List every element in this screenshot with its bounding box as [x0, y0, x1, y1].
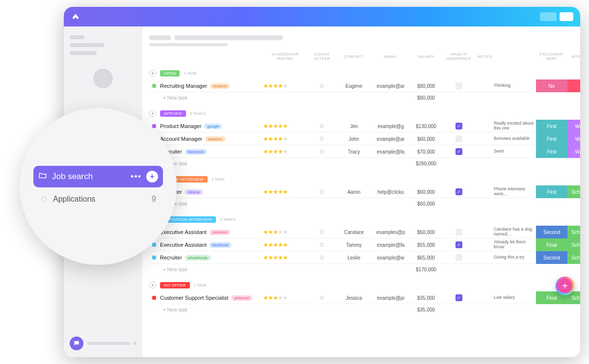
interview-cell[interactable]: Waiting: [567, 145, 580, 158]
contact-cell[interactable]: Leslie: [337, 255, 371, 260]
interview-cell[interactable]: Waiting: [567, 132, 580, 145]
followup-cell[interactable]: First: [536, 132, 567, 145]
contact-cell[interactable]: Jessica: [337, 295, 371, 301]
glassdoor-rating[interactable]: ★★★★★: [263, 254, 307, 261]
health-insurance-checkbox[interactable]: ✓: [455, 148, 462, 155]
email-cell[interactable]: example@fa: [371, 149, 410, 155]
cover-letter-icon[interactable]: 🗎: [307, 135, 337, 142]
health-insurance-checkbox[interactable]: [455, 82, 462, 89]
salary-cell[interactable]: $55,000: [410, 242, 442, 248]
more-icon[interactable]: •••: [131, 172, 141, 182]
contact-cell[interactable]: Jim: [337, 124, 371, 129]
contact-cell[interactable]: Candace: [337, 230, 371, 235]
glassdoor-rating[interactable]: ★★★★★: [263, 135, 307, 142]
new-task-button[interactable]: + New task: [160, 267, 263, 272]
quick-create-fab[interactable]: +: [556, 277, 574, 295]
notes-cell[interactable]: Really excited about this one: [494, 121, 536, 131]
interview-cell[interactable]: Scheduled: [567, 251, 580, 264]
followup-cell[interactable]: No: [536, 79, 567, 92]
cover-letter-icon[interactable]: 🗎: [307, 82, 337, 89]
interview-cell[interactable]: No: [567, 79, 580, 92]
salary-cell[interactable]: $80,000: [410, 83, 442, 89]
company-tag[interactable]: pinterest: [231, 295, 252, 301]
status-tag[interactable]: OPEN: [160, 70, 180, 77]
task-row[interactable]: Recruiterclickup★★★★★🗎Aaronhelp@clicku$6…: [149, 185, 573, 198]
salary-cell[interactable]: $50,000: [410, 230, 442, 235]
company-tag[interactable]: clickup: [185, 189, 203, 195]
task-row[interactable]: Product Managergoogle★★★★★🗎Jimexample@g$…: [149, 120, 573, 132]
add-list-button[interactable]: +: [146, 171, 158, 182]
window-close-button[interactable]: [560, 12, 573, 21]
glassdoor-rating[interactable]: ★★★★★: [263, 148, 307, 155]
task-row[interactable]: Account Manageramazon★★★★★🗎Johnexample@a…: [149, 132, 573, 145]
glassdoor-rating[interactable]: ★★★★★: [263, 82, 307, 89]
task-row[interactable]: Recruiterwholefoods★★★★★🗎Leslieexample@w…: [149, 251, 573, 264]
task-row[interactable]: Recruiterfacebook★★★★★🗎Tracyexample@fa$7…: [149, 145, 573, 158]
health-insurance-checkbox[interactable]: [455, 229, 462, 235]
cover-letter-icon[interactable]: 🗎: [307, 241, 337, 248]
contact-cell[interactable]: John: [337, 136, 371, 142]
interview-cell[interactable]: Scheduled: [567, 238, 580, 251]
followup-cell[interactable]: First: [536, 185, 567, 198]
company-tag[interactable]: google: [204, 124, 222, 129]
email-cell[interactable]: example@fa: [371, 242, 410, 248]
followup-cell[interactable]: First: [536, 120, 567, 132]
sidebar-list-applications[interactable]: Applications 9: [33, 191, 163, 207]
status-tag[interactable]: APPLIED: [160, 110, 186, 117]
salary-cell[interactable]: $60,000: [410, 189, 442, 195]
health-insurance-checkbox[interactable]: [455, 135, 462, 142]
sidebar-folder-job-search[interactable]: Job search ••• +: [33, 166, 163, 187]
notes-cell[interactable]: Candace has a dog named…: [494, 227, 536, 237]
notes-cell[interactable]: Already let them know: [494, 240, 536, 250]
clickup-logo-icon[interactable]: [71, 12, 80, 22]
email-cell[interactable]: help@clicku: [371, 189, 410, 195]
chat-icon[interactable]: [70, 337, 83, 350]
glassdoor-rating[interactable]: ★★★★★: [263, 294, 307, 301]
window-minimize-button[interactable]: [540, 12, 557, 21]
cover-letter-icon[interactable]: 🗎: [307, 188, 337, 195]
status-tag[interactable]: NO OFFER: [160, 282, 190, 288]
notes-cell[interactable]: Low salary: [494, 295, 536, 300]
email-cell[interactable]: example@pi: [371, 295, 410, 301]
task-row[interactable]: Customer Support Specialistpinterest★★★★…: [149, 291, 573, 304]
followup-cell[interactable]: Final: [536, 238, 567, 251]
salary-cell[interactable]: $130,000: [410, 124, 442, 129]
email-cell[interactable]: example@g: [371, 124, 410, 129]
notes-cell[interactable]: Thinking: [494, 83, 536, 88]
glassdoor-rating[interactable]: ★★★★★: [263, 229, 307, 235]
contact-cell[interactable]: Aaron: [337, 189, 371, 195]
collapse-toggle[interactable]: ▾: [149, 70, 156, 77]
interview-cell[interactable]: Scheduled: [567, 226, 580, 238]
health-insurance-checkbox[interactable]: ✓: [455, 294, 462, 301]
salary-cell[interactable]: $60,000: [410, 136, 442, 142]
notes-cell[interactable]: Giving this a try: [494, 255, 536, 260]
salary-cell[interactable]: $65,000: [410, 255, 442, 260]
interview-cell[interactable]: Scheduled: [567, 185, 580, 198]
contact-cell[interactable]: Tammy: [337, 242, 371, 248]
health-insurance-checkbox[interactable]: ✓: [455, 241, 462, 248]
company-tag[interactable]: facebook: [185, 149, 207, 155]
notes-cell[interactable]: Phone interview went…: [494, 187, 536, 197]
company-tag[interactable]: pinterest: [210, 230, 231, 235]
followup-cell[interactable]: First: [536, 145, 567, 158]
collapse-toggle[interactable]: ▾: [149, 282, 156, 288]
task-row[interactable]: Executive Assistantfacebook★★★★★🗎Tammyex…: [149, 238, 573, 251]
glassdoor-rating[interactable]: ★★★★★: [263, 241, 307, 248]
new-task-button[interactable]: + New task: [160, 201, 263, 207]
contact-cell[interactable]: Eugene: [337, 83, 371, 89]
glassdoor-rating[interactable]: ★★★★★: [263, 188, 307, 195]
salary-cell[interactable]: $35,000: [410, 295, 442, 301]
notes-cell[interactable]: Sent!: [494, 149, 536, 154]
interview-cell[interactable]: Waiting: [567, 120, 580, 132]
new-task-button[interactable]: + New task: [160, 307, 263, 312]
cover-letter-icon[interactable]: 🗎: [307, 123, 337, 130]
company-tag[interactable]: amazon: [210, 83, 230, 89]
cover-letter-icon[interactable]: 🗎: [307, 294, 337, 301]
company-tag[interactable]: facebook: [210, 242, 231, 248]
contact-cell[interactable]: Tracy: [337, 149, 371, 155]
glassdoor-rating[interactable]: ★★★★★: [263, 123, 307, 130]
health-insurance-checkbox[interactable]: ✓: [455, 123, 462, 130]
company-tag[interactable]: amazon: [205, 136, 225, 142]
task-row[interactable]: Recruiting Manageramazon★★★★★🗎Eugeneexam…: [149, 79, 573, 92]
email-cell[interactable]: example@ar: [371, 136, 410, 142]
